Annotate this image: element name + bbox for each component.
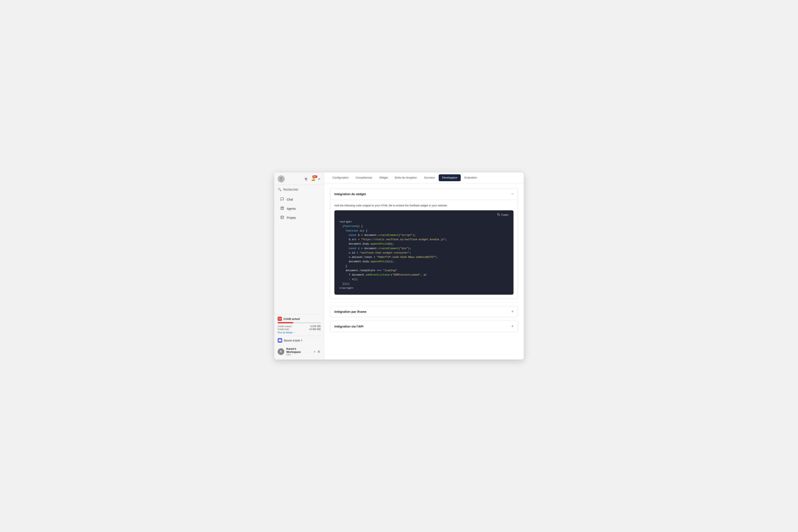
svg-point-3 bbox=[281, 207, 282, 208]
workspace-chevron-button[interactable]: ∨ bbox=[313, 350, 316, 354]
agents-icon bbox=[280, 206, 284, 211]
help-label: Besoin d'aide ? bbox=[284, 339, 302, 342]
credit-bar bbox=[278, 322, 321, 323]
tab-competences[interactable]: Compétences bbox=[352, 173, 376, 183]
avatar bbox=[278, 175, 285, 183]
credit-remaining-row: Crédit restant : 5 078 785 bbox=[278, 325, 321, 327]
workspace-name: Karen's Workspace bbox=[286, 347, 311, 354]
iframe-integration-card: Intégration par iframe + bbox=[330, 306, 518, 317]
widget-integration-body: Add the following code snippet to your H… bbox=[330, 200, 518, 299]
credit-bar-fill bbox=[278, 322, 293, 323]
credit-total-row: Crédit total : 14 000 000 bbox=[278, 328, 321, 330]
tab-developpeur[interactable]: Développeur bbox=[439, 174, 461, 181]
gear-icon: ⚙ bbox=[318, 350, 320, 353]
credit-remaining-value: 5 078 785 bbox=[310, 325, 321, 327]
widget-integration-card: Intégration du widget − Add the followin… bbox=[330, 188, 518, 299]
sidebar-bottom: Crédit actuel Crédit restant : 5 078 785… bbox=[274, 314, 324, 360]
workspace-info: Karen's Workspace Ultra bbox=[286, 347, 311, 356]
notification-badge: 99+ bbox=[312, 175, 317, 178]
svg-rect-10 bbox=[498, 214, 500, 216]
widget-integration-toggle[interactable]: − bbox=[511, 192, 513, 196]
widget-integration-description: Add the following code snippet to your H… bbox=[335, 204, 513, 207]
api-integration-card: Intégration via l'API + bbox=[330, 321, 518, 332]
copy-icon bbox=[497, 213, 500, 216]
sidebar-item-projects-label: Projets bbox=[287, 216, 296, 220]
help-section[interactable]: Besoin d'aide ? bbox=[278, 336, 321, 344]
iframe-integration-title: Intégration par iframe bbox=[335, 310, 366, 314]
widget-integration-title: Intégration du widget bbox=[335, 192, 366, 196]
svg-rect-8 bbox=[279, 318, 281, 320]
sidebar-item-chat-label: Chat bbox=[287, 198, 293, 201]
divider-1 bbox=[330, 302, 518, 303]
svg-point-4 bbox=[282, 207, 283, 208]
discord-icon bbox=[278, 338, 282, 343]
ghost-icon-button[interactable]: 👻 bbox=[303, 176, 309, 182]
token-value: "5b0cf72f-1a28-42a9-98aa-1a8b1cd03757" bbox=[377, 256, 436, 259]
iframe-integration-toggle[interactable]: + bbox=[511, 309, 513, 314]
svg-rect-5 bbox=[281, 216, 284, 219]
notification-button[interactable]: 🔔 99+ bbox=[311, 176, 316, 182]
sidebar: 👻 🔔 99+ « 🔍 Rechercher bbox=[274, 172, 324, 360]
top-nav: Configuration Compétences Widget Boîte d… bbox=[324, 172, 524, 183]
chevron-left-icon: « bbox=[318, 177, 320, 181]
workspace-avatar: K bbox=[278, 348, 284, 355]
sidebar-top: 👻 🔔 99+ « bbox=[274, 172, 324, 185]
page-body: Intégration du widget − Add the followin… bbox=[324, 183, 524, 360]
tab-evaluation[interactable]: Evaluation bbox=[461, 173, 480, 183]
chat-icon bbox=[280, 197, 284, 202]
sidebar-top-icons: 👻 🔔 99+ « bbox=[303, 176, 321, 182]
credit-total-value: 14 000 000 bbox=[309, 328, 321, 330]
credit-details-link[interactable]: Plus de détails → bbox=[278, 331, 321, 334]
workspace-plan: Ultra bbox=[286, 354, 311, 356]
credit-section: Crédit actuel Crédit restant : 5 078 785… bbox=[278, 317, 321, 334]
collapse-button[interactable]: « bbox=[318, 176, 321, 182]
ghost-icon: 👻 bbox=[304, 177, 308, 181]
chevron-down-icon: ∨ bbox=[314, 350, 316, 353]
sidebar-item-agents[interactable]: Agents bbox=[276, 204, 322, 213]
credit-total-label: Crédit total : bbox=[278, 328, 290, 330]
sidebar-search[interactable]: 🔍 Rechercher bbox=[274, 185, 324, 193]
workspace-actions: ∨ ⚙ bbox=[313, 349, 321, 354]
tab-boite[interactable]: Boîte de réception bbox=[392, 173, 420, 183]
iframe-integration-header[interactable]: Intégration par iframe + bbox=[330, 306, 518, 317]
arrow-right-icon: → bbox=[293, 331, 296, 334]
api-integration-header[interactable]: Intégration via l'API + bbox=[330, 321, 518, 332]
projects-icon bbox=[280, 215, 284, 220]
credit-title: Crédit actuel bbox=[283, 317, 300, 320]
workspace-settings-button[interactable]: ⚙ bbox=[317, 349, 321, 354]
search-icon: 🔍 bbox=[278, 188, 282, 191]
sidebar-item-chat[interactable]: Chat bbox=[276, 195, 322, 204]
app-window: 👻 🔔 99+ « 🔍 Rechercher bbox=[274, 172, 524, 360]
code-content: <script> (function() { function a() { co… bbox=[335, 218, 513, 295]
svg-point-0 bbox=[280, 177, 282, 179]
copy-button[interactable]: Copier bbox=[496, 212, 510, 217]
search-label: Rechercher bbox=[283, 188, 298, 191]
credit-icon bbox=[278, 317, 282, 321]
main-content: Configuration Compétences Widget Boîte d… bbox=[324, 172, 524, 360]
api-integration-title: Intégration via l'API bbox=[335, 325, 363, 328]
tab-widget[interactable]: Widget bbox=[376, 173, 391, 183]
workspace-row[interactable]: K Karen's Workspace Ultra ∨ ⚙ bbox=[278, 346, 321, 357]
sidebar-item-projects[interactable]: Projets bbox=[276, 213, 322, 222]
code-block-header: Copier bbox=[335, 210, 513, 218]
sidebar-nav: Chat Agents bbox=[274, 193, 324, 314]
credit-remaining-label: Crédit restant : bbox=[278, 325, 292, 327]
api-integration-toggle[interactable]: + bbox=[511, 324, 513, 328]
code-block: Copier <script> (function() { function a… bbox=[335, 210, 513, 295]
svg-point-1 bbox=[280, 179, 283, 181]
tab-configuration[interactable]: Configuration bbox=[329, 173, 352, 183]
sidebar-item-agents-label: Agents bbox=[287, 207, 296, 210]
credit-header: Crédit actuel bbox=[278, 317, 321, 321]
svg-rect-2 bbox=[281, 207, 284, 210]
tab-journaux[interactable]: Journaux bbox=[421, 173, 438, 183]
widget-integration-header[interactable]: Intégration du widget − bbox=[330, 189, 518, 200]
